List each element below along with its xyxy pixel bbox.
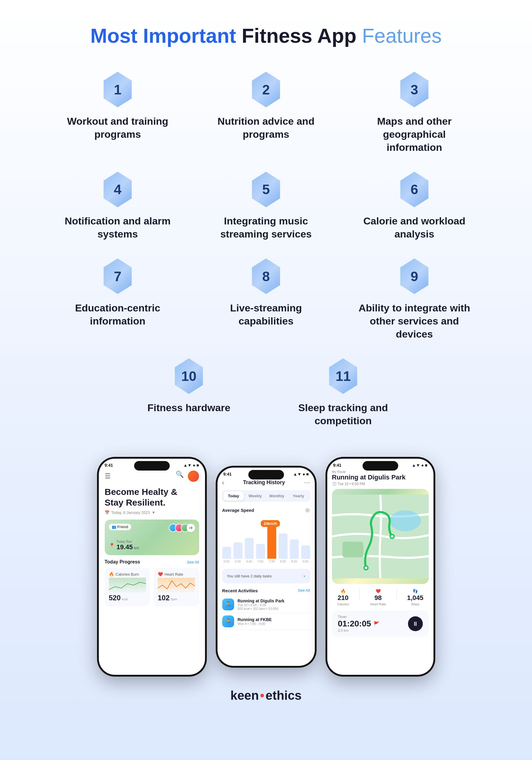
hexagon-8: 8	[250, 259, 283, 294]
feature-label-1: Workout and training programs	[62, 115, 174, 141]
feature-label-9: Ability to integrate with other services…	[358, 301, 471, 341]
search-icon[interactable]: 🔍	[176, 471, 184, 482]
pause-btn[interactable]: ⏸	[408, 616, 423, 631]
p3-timer: Timer 01:20:05 🚩 3.5 km ⏸	[332, 611, 429, 637]
feature-item-3: 3 Maps and other geographical informatio…	[346, 72, 483, 154]
feature-label-6: Calorie and workload analysis	[358, 214, 471, 240]
activity-1-icon: 🏃	[222, 598, 234, 610]
tab-yearly[interactable]: Yearly	[288, 491, 309, 500]
feature-item-10: 10 Fitness hardware	[118, 358, 260, 427]
avatar	[188, 471, 199, 482]
feature-label-3: Maps and other geographical information	[358, 115, 471, 154]
calories-chart	[109, 578, 146, 593]
svg-point-6	[391, 535, 393, 538]
title-part1: Most Important	[91, 24, 236, 47]
p2-recent-header: Recent Activities See All	[222, 588, 310, 593]
more-btn[interactable]: ⋯	[304, 479, 310, 486]
p2-task-card[interactable]: You still have 2 daily tasks ›	[222, 569, 310, 583]
phone-2: 9:41 ▲▼ ● ■ ‹ Tracking History ⋯ Today W…	[216, 466, 317, 668]
recent-see-all[interactable]: See All	[298, 588, 310, 593]
hexagon-wrap-4: 4	[102, 171, 134, 207]
features-grid: 1 Workout and training programs 2 Nutrit…	[44, 72, 489, 341]
hexagon-10: 10	[173, 358, 205, 394]
hexagon-2: 2	[250, 72, 283, 108]
hexagon-wrap-10: 10	[173, 358, 205, 394]
hexagon-9: 9	[398, 259, 431, 294]
task-arrow: ›	[303, 573, 305, 579]
p1-main-title: Become Healty &Stay Resilient.	[105, 487, 199, 508]
hexagon-6: 6	[398, 171, 431, 207]
hexagon-wrap-9: 9	[398, 259, 431, 294]
phone-3-notch	[363, 461, 398, 471]
heartrate-chart	[158, 578, 195, 593]
speed-badge: 24km/h	[261, 520, 280, 527]
feature-label-10: Fitness hardware	[148, 401, 231, 414]
phone-1: 9:41 ▲▼ ● ■ ☰ 🔍 Become Healty &Stay Resi…	[97, 457, 207, 677]
feature-label-5: Integrating music streaming services	[210, 214, 323, 240]
hexagon-wrap-7: 7	[102, 259, 134, 294]
feature-item-4: 4 Notification and alarm systems	[50, 171, 186, 240]
activity-2-icon: 🏃	[222, 615, 234, 627]
hexagon-5: 5	[250, 171, 283, 207]
feature-item-9: 9 Ability to integrate with other servic…	[346, 259, 483, 341]
p1-friend-btn[interactable]: 👥Friend	[109, 524, 131, 530]
bar-2	[234, 543, 243, 559]
feature-label-2: Nutrition advice and programs	[210, 115, 323, 141]
tab-weekly[interactable]: Weekly	[245, 491, 266, 500]
feature-label-7: Education-centric information	[62, 301, 174, 327]
feature-item-5: 5 Integrating music streaming services	[198, 171, 334, 240]
svg-point-1	[389, 510, 421, 531]
hexagon-7: 7	[102, 259, 134, 294]
expand-btn[interactable]: ⊕	[305, 506, 310, 514]
bar-5-highlight	[267, 523, 276, 559]
menu-icon[interactable]: ☰	[105, 472, 111, 480]
feature-label-11: Sleep tracking and competition	[287, 401, 400, 427]
hexagon-wrap-11: 11	[327, 358, 360, 394]
p1-see-all[interactable]: See All	[187, 560, 199, 564]
p2-tabs: Today Weekly Monthly Yearly	[222, 490, 310, 502]
hexagon-11: 11	[327, 358, 360, 394]
hexagon-wrap-2: 2	[250, 72, 283, 108]
phone-2-notch	[248, 470, 284, 479]
title-part2b: Fitness App	[242, 24, 357, 47]
p1-date: 📅 Today, 8 January 2023 ▼	[105, 510, 199, 515]
feature-item-1: 1 Workout and training programs	[50, 72, 186, 154]
phone-2-screen: 9:41 ▲▼ ● ■ ‹ Tracking History ⋯ Today W…	[217, 468, 315, 666]
title-part3b: Features	[362, 24, 441, 47]
feature-item-11: 11 Sleep tracking and competition	[272, 358, 415, 427]
hexagon-wrap-1: 1	[102, 72, 134, 108]
page-title: Most Important Fitness App Features	[91, 24, 442, 48]
hexagon-wrap-5: 5	[250, 171, 283, 207]
feature-item-8: 8 Live-streaming capabilities	[198, 259, 334, 341]
p1-calories-card: 🔥 Calories Burn 520 kcal	[105, 568, 150, 606]
hexagon-wrap-8: 8	[250, 259, 283, 294]
feature-label-4: Notification and alarm systems	[62, 214, 174, 240]
phone-1-notch	[134, 461, 170, 471]
back-btn[interactable]: ‹	[222, 479, 224, 486]
tab-today[interactable]: Today	[223, 491, 244, 500]
hexagon-wrap-6: 6	[398, 171, 431, 207]
p3-map	[332, 489, 429, 584]
feature-item-7: 7 Education-centric information	[50, 259, 186, 341]
bar-3	[245, 538, 254, 559]
phone-3-screen: 9:41 ▲▼ ● ■ My Route Running at Digulis …	[327, 459, 433, 675]
feature-item-2: 2 Nutrition advice and programs	[198, 72, 334, 154]
timer-flag-icon: 🚩	[374, 621, 379, 627]
bar-4	[256, 544, 265, 559]
p3-route-time: 🕐 Tue 10 • 6:00 PM	[332, 482, 429, 486]
activity-2: 🏃 Running at FKBE Mon 9 • 7:00 - 9:00	[222, 613, 310, 630]
tab-monthly[interactable]: Monthly	[267, 491, 287, 500]
p2-avg-speed-header: Average Speed ⊕	[222, 506, 310, 514]
hexagon-3: 3	[398, 72, 431, 108]
bar-7	[290, 540, 299, 559]
phone-3: 9:41 ▲▼ ● ■ My Route Running at Digulis …	[326, 457, 435, 677]
hexagon-wrap-3: 3	[398, 72, 431, 108]
p1-progress-header: Today Progress See All	[105, 559, 199, 565]
p3-stats: 🔥 210 Calories ❤️ 98 Heart Rate 👣 1,045	[332, 589, 429, 606]
bar-6	[279, 534, 288, 559]
p3-calories: 🔥 210 Calories	[337, 589, 349, 606]
bar-8	[301, 546, 310, 559]
bar-1	[222, 547, 231, 559]
p1-map-card: 👥Friend +9 📍 Today Run	[105, 520, 199, 555]
p3-steps: 👣 1,045 Steps	[407, 589, 423, 606]
